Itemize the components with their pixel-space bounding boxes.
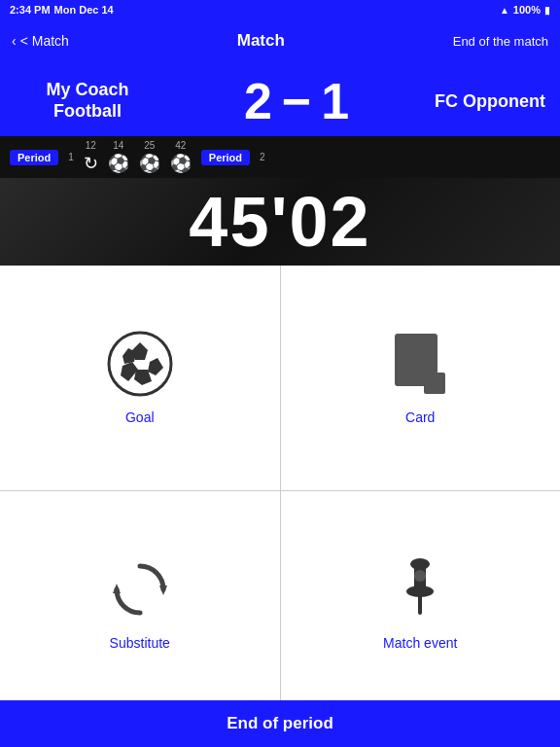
nav-title: Match [237, 31, 285, 51]
away-team-name: FC Opponent [435, 91, 545, 112]
home-team-name: My Coach Football [15, 80, 160, 122]
svg-point-9 [410, 558, 430, 570]
back-button[interactable]: ‹ < Match [12, 33, 69, 49]
svg-marker-7 [113, 584, 121, 593]
svg-point-12 [414, 570, 426, 582]
match-event-icon [386, 555, 454, 623]
time: 2:34 PM [10, 4, 51, 16]
timeline-event-25: 25 ⚽ [139, 140, 160, 174]
card-icon [386, 330, 454, 398]
goal-label: Goal [125, 409, 155, 425]
goal-icon [106, 330, 174, 398]
ball-timeline-icon-14: ⚽ [108, 153, 129, 174]
end-match-button[interactable]: End of the match [453, 34, 548, 49]
match-event-label: Match event [383, 635, 457, 651]
svg-point-11 [406, 586, 434, 597]
timeline-event-1: 1 [68, 152, 74, 162]
battery-icon: ▮ [544, 5, 550, 16]
svg-point-0 [109, 333, 171, 395]
status-time-date: 2:34 PM Mon Dec 14 [10, 4, 114, 16]
timeline-event-12: 12 ↻ [84, 140, 98, 174]
home-score: 2 [244, 72, 274, 130]
back-label: < Match [20, 33, 69, 49]
goal-button[interactable]: Goal [0, 266, 280, 490]
timeline-event-14: 14 ⚽ [108, 140, 129, 174]
end-period-button[interactable]: End of period [0, 700, 560, 747]
status-bar: 2:34 PM Mon Dec 14 ▲ 100% ▮ [0, 0, 560, 19]
substitute-label: Substitute [110, 635, 170, 651]
ball-timeline-icon-25: ⚽ [139, 153, 160, 174]
timer-section: 45'02 [0, 178, 560, 266]
timer-display: 45'02 [189, 182, 370, 262]
timeline: Period 1 12 ↻ 14 ⚽ 25 ⚽ 42 ⚽ Period 2 [0, 136, 560, 178]
card-label: Card [405, 409, 435, 425]
battery-level: 100% [513, 4, 541, 16]
timeline-event-2: 2 [260, 152, 265, 162]
status-icons: ▲ 100% ▮ [500, 4, 550, 16]
period-start-badge: Period [10, 150, 58, 165]
score-header: My Coach Football 2 − 1 FC Opponent [0, 62, 560, 136]
substitute-timeline-icon: ↻ [84, 153, 98, 174]
action-grid: Goal Card Substitute [0, 266, 560, 715]
substitute-button[interactable]: Substitute [0, 491, 280, 716]
score-separator: − [282, 72, 313, 130]
timeline-event-42: 42 ⚽ [170, 140, 192, 174]
nav-bar: ‹ < Match Match End of the match [0, 19, 560, 62]
card-button[interactable]: Card [281, 266, 561, 490]
ball-timeline-icon-42: ⚽ [170, 153, 192, 174]
period-end-badge: Period [201, 150, 250, 165]
back-chevron-icon: ‹ [12, 33, 17, 49]
wifi-icon: ▲ [500, 5, 509, 16]
svg-marker-6 [159, 586, 167, 595]
away-score: 1 [321, 72, 351, 130]
date: Mon Dec 14 [54, 4, 114, 16]
substitute-icon [106, 555, 174, 623]
match-event-button[interactable]: Match event [281, 491, 561, 716]
